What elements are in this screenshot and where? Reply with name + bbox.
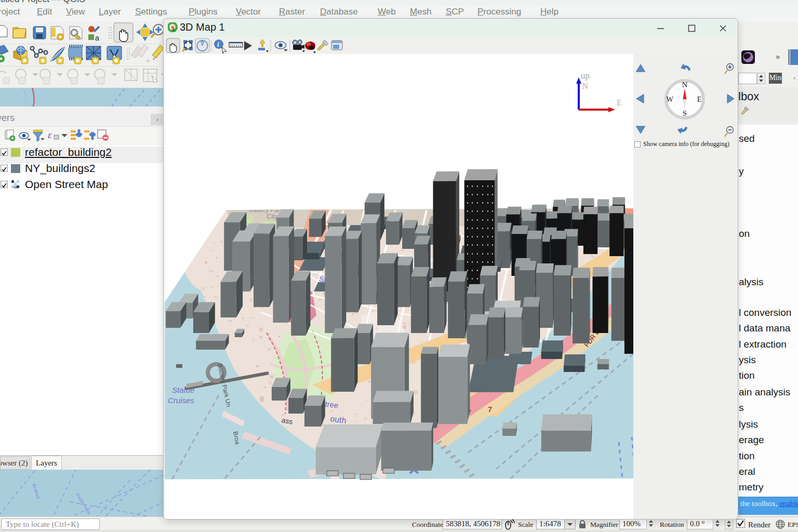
svg-text:E: E [617, 98, 622, 107]
svg-text:up: up [581, 71, 590, 81]
svg-text:ε: ε [48, 129, 52, 140]
svg-text:S: S [683, 110, 687, 117]
svg-text:Cruises: Cruises [168, 396, 194, 405]
svg-text:E: E [697, 96, 702, 103]
svg-text:W: W [666, 96, 673, 103]
svg-text:»: » [776, 52, 780, 61]
svg-text:7: 7 [488, 405, 492, 414]
svg-text:Statue: Statue [172, 385, 194, 394]
svg-text:Paddy Hook: Paddy Hook [75, 493, 92, 516]
svg-text:i: i [217, 41, 219, 48]
svg-text:a: a [95, 34, 99, 42]
svg-text:N: N [582, 81, 588, 91]
svg-text:Bedford: Bedford [31, 483, 41, 500]
svg-text:N: N [682, 81, 688, 89]
